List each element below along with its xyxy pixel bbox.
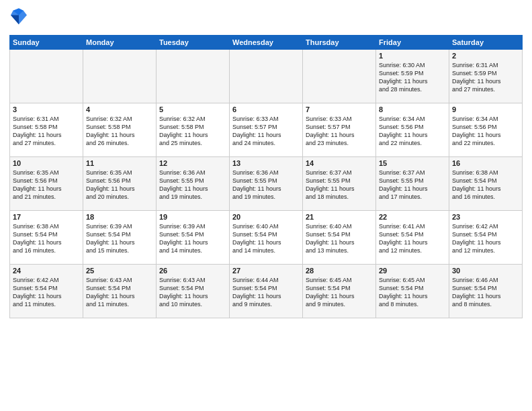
calendar-cell: 20Sunrise: 6:40 AM Sunset: 5:54 PM Dayli… [230, 211, 303, 265]
day-info: Sunrise: 6:40 AM Sunset: 5:54 PM Dayligh… [306, 222, 373, 255]
calendar-cell: 14Sunrise: 6:37 AM Sunset: 5:55 PM Dayli… [303, 157, 376, 211]
week-row-3: 17Sunrise: 6:38 AM Sunset: 5:54 PM Dayli… [10, 211, 523, 265]
day-number: 7 [306, 105, 373, 113]
calendar-cell [230, 50, 303, 103]
calendar-cell: 5Sunrise: 6:32 AM Sunset: 5:58 PM Daylig… [157, 103, 230, 157]
day-info: Sunrise: 6:34 AM Sunset: 5:56 PM Dayligh… [379, 115, 446, 148]
calendar-body: 1Sunrise: 6:30 AM Sunset: 5:59 PM Daylig… [10, 50, 523, 318]
calendar-cell: 21Sunrise: 6:40 AM Sunset: 5:54 PM Dayli… [303, 211, 376, 265]
day-info: Sunrise: 6:33 AM Sunset: 5:57 PM Dayligh… [306, 115, 373, 148]
day-number: 25 [86, 267, 153, 275]
day-number: 26 [159, 267, 226, 275]
day-info: Sunrise: 6:42 AM Sunset: 5:54 PM Dayligh… [13, 276, 80, 309]
calendar-cell [303, 50, 376, 103]
calendar-cell: 25Sunrise: 6:43 AM Sunset: 5:54 PM Dayli… [83, 265, 157, 318]
day-info: Sunrise: 6:33 AM Sunset: 5:57 PM Dayligh… [232, 115, 300, 148]
week-row-1: 3Sunrise: 6:31 AM Sunset: 5:58 PM Daylig… [10, 103, 523, 157]
weekday-header-monday: Monday [83, 36, 157, 50]
weekday-header-sunday: Sunday [10, 36, 83, 50]
day-number: 20 [232, 213, 300, 221]
day-info: Sunrise: 6:35 AM Sunset: 5:56 PM Dayligh… [86, 169, 153, 201]
day-info: Sunrise: 6:36 AM Sunset: 5:55 PM Dayligh… [159, 169, 226, 201]
day-info: Sunrise: 6:44 AM Sunset: 5:54 PM Dayligh… [232, 276, 300, 309]
day-number: 5 [159, 105, 226, 113]
calendar-cell [83, 50, 157, 103]
day-number: 22 [379, 213, 446, 221]
calendar-cell: 26Sunrise: 6:43 AM Sunset: 5:54 PM Dayli… [157, 265, 230, 318]
day-info: Sunrise: 6:38 AM Sunset: 5:54 PM Dayligh… [13, 222, 80, 255]
calendar-cell: 15Sunrise: 6:37 AM Sunset: 5:55 PM Dayli… [376, 157, 449, 211]
day-info: Sunrise: 6:45 AM Sunset: 5:54 PM Dayligh… [379, 276, 446, 309]
calendar-cell: 8Sunrise: 6:34 AM Sunset: 5:56 PM Daylig… [376, 103, 449, 157]
calendar-header: SundayMondayTuesdayWednesdayThursdayFrid… [10, 36, 523, 50]
calendar-cell: 4Sunrise: 6:32 AM Sunset: 5:58 PM Daylig… [83, 103, 157, 157]
day-number: 9 [452, 105, 519, 113]
page: SundayMondayTuesdayWednesdayThursdayFrid… [0, 0, 532, 411]
logo [9, 8, 27, 30]
day-info: Sunrise: 6:36 AM Sunset: 5:55 PM Dayligh… [232, 169, 300, 201]
calendar-cell: 2Sunrise: 6:31 AM Sunset: 5:59 PM Daylig… [449, 50, 523, 103]
day-info: Sunrise: 6:39 AM Sunset: 5:54 PM Dayligh… [159, 222, 226, 255]
day-number: 12 [159, 159, 226, 167]
header-row: SundayMondayTuesdayWednesdayThursdayFrid… [10, 36, 523, 50]
calendar-cell: 22Sunrise: 6:41 AM Sunset: 5:54 PM Dayli… [376, 211, 449, 265]
day-info: Sunrise: 6:35 AM Sunset: 5:56 PM Dayligh… [13, 169, 80, 201]
calendar-cell [157, 50, 230, 103]
day-info: Sunrise: 6:32 AM Sunset: 5:58 PM Dayligh… [86, 115, 153, 148]
weekday-header-friday: Friday [376, 36, 449, 50]
day-number: 2 [452, 52, 519, 60]
day-number: 23 [452, 213, 519, 221]
calendar-cell: 10Sunrise: 6:35 AM Sunset: 5:56 PM Dayli… [10, 157, 83, 211]
calendar-cell: 17Sunrise: 6:38 AM Sunset: 5:54 PM Dayli… [10, 211, 83, 265]
day-number: 1 [379, 52, 446, 60]
calendar-cell: 27Sunrise: 6:44 AM Sunset: 5:54 PM Dayli… [230, 265, 303, 318]
day-info: Sunrise: 6:39 AM Sunset: 5:54 PM Dayligh… [86, 222, 153, 255]
weekday-header-saturday: Saturday [449, 36, 523, 50]
header [9, 8, 523, 30]
day-number: 29 [379, 267, 446, 275]
day-info: Sunrise: 6:40 AM Sunset: 5:54 PM Dayligh… [232, 222, 300, 255]
day-info: Sunrise: 6:43 AM Sunset: 5:54 PM Dayligh… [159, 276, 226, 309]
day-number: 27 [232, 267, 300, 275]
day-info: Sunrise: 6:46 AM Sunset: 5:54 PM Dayligh… [452, 276, 519, 309]
calendar-cell: 28Sunrise: 6:45 AM Sunset: 5:54 PM Dayli… [303, 265, 376, 318]
day-info: Sunrise: 6:43 AM Sunset: 5:54 PM Dayligh… [86, 276, 153, 309]
week-row-4: 24Sunrise: 6:42 AM Sunset: 5:54 PM Dayli… [10, 265, 523, 318]
week-row-2: 10Sunrise: 6:35 AM Sunset: 5:56 PM Dayli… [10, 157, 523, 211]
day-number: 16 [452, 159, 519, 167]
day-number: 19 [159, 213, 226, 221]
day-number: 14 [306, 159, 373, 167]
week-row-0: 1Sunrise: 6:30 AM Sunset: 5:59 PM Daylig… [10, 50, 523, 103]
day-number: 28 [306, 267, 373, 275]
calendar-cell: 18Sunrise: 6:39 AM Sunset: 5:54 PM Dayli… [83, 211, 157, 265]
weekday-header-thursday: Thursday [303, 36, 376, 50]
day-info: Sunrise: 6:38 AM Sunset: 5:54 PM Dayligh… [452, 169, 519, 201]
day-info: Sunrise: 6:32 AM Sunset: 5:58 PM Dayligh… [159, 115, 226, 148]
calendar: SundayMondayTuesdayWednesdayThursdayFrid… [9, 35, 523, 318]
day-number: 10 [13, 159, 80, 167]
calendar-cell: 23Sunrise: 6:42 AM Sunset: 5:54 PM Dayli… [449, 211, 523, 265]
calendar-cell: 9Sunrise: 6:34 AM Sunset: 5:56 PM Daylig… [449, 103, 523, 157]
day-info: Sunrise: 6:41 AM Sunset: 5:54 PM Dayligh… [379, 222, 446, 255]
calendar-cell: 29Sunrise: 6:45 AM Sunset: 5:54 PM Dayli… [376, 265, 449, 318]
day-number: 13 [232, 159, 300, 167]
day-number: 3 [13, 105, 80, 113]
day-info: Sunrise: 6:42 AM Sunset: 5:54 PM Dayligh… [452, 222, 519, 255]
calendar-cell: 16Sunrise: 6:38 AM Sunset: 5:54 PM Dayli… [449, 157, 523, 211]
calendar-cell: 13Sunrise: 6:36 AM Sunset: 5:55 PM Dayli… [230, 157, 303, 211]
day-number: 15 [379, 159, 446, 167]
calendar-cell: 11Sunrise: 6:35 AM Sunset: 5:56 PM Dayli… [83, 157, 157, 211]
day-info: Sunrise: 6:37 AM Sunset: 5:55 PM Dayligh… [379, 169, 446, 201]
weekday-header-wednesday: Wednesday [230, 36, 303, 50]
calendar-cell: 7Sunrise: 6:33 AM Sunset: 5:57 PM Daylig… [303, 103, 376, 157]
calendar-cell: 30Sunrise: 6:46 AM Sunset: 5:54 PM Dayli… [449, 265, 523, 318]
day-info: Sunrise: 6:31 AM Sunset: 5:59 PM Dayligh… [452, 61, 519, 94]
day-number: 8 [379, 105, 446, 113]
day-number: 6 [232, 105, 300, 113]
day-number: 4 [86, 105, 153, 113]
calendar-cell: 3Sunrise: 6:31 AM Sunset: 5:58 PM Daylig… [10, 103, 83, 157]
calendar-cell: 19Sunrise: 6:39 AM Sunset: 5:54 PM Dayli… [157, 211, 230, 265]
calendar-cell: 1Sunrise: 6:30 AM Sunset: 5:59 PM Daylig… [376, 50, 449, 103]
day-number: 17 [13, 213, 80, 221]
day-number: 30 [452, 267, 519, 275]
